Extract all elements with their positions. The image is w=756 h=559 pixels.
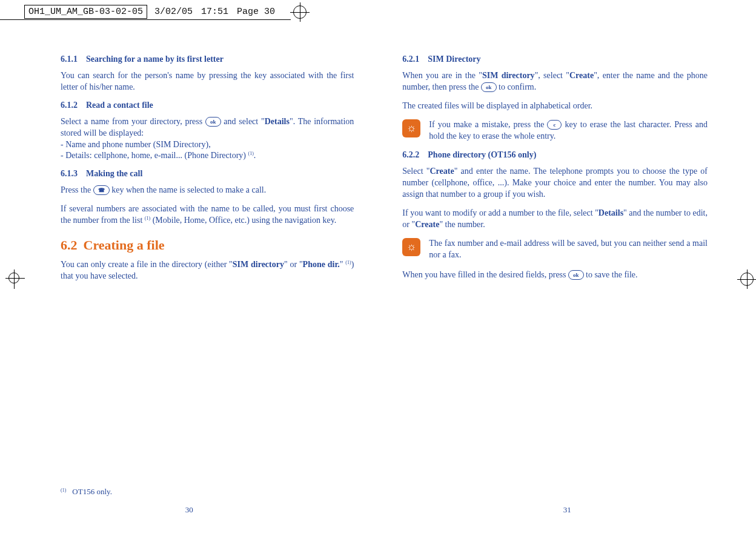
crop-mark-header: OH1_UM_AM_GB-03-02-05 3/02/05 17:51 Page… (24, 5, 307, 19)
tip-2: ☼ The fax number and e-mail address will… (402, 238, 708, 261)
ok-key-icon: ok (205, 117, 221, 127)
heading-6-1-2: 6.1.2Read a contact file (61, 101, 354, 110)
page-number-right: 31 (563, 505, 571, 515)
tip-1: ☼ If you make a mistake, press the c key… (402, 119, 708, 142)
c-key-icon: c (547, 120, 562, 130)
body-6-1-3-b: If several numbers are associated with t… (61, 203, 354, 227)
body-6-2: You can only create a file in the direct… (61, 259, 354, 282)
footnote: (1)OT156 only. (61, 487, 112, 497)
page-number-left: 30 (185, 505, 193, 515)
heading-6-1-3: 6.1.3Making the call (61, 169, 354, 179)
body-6-2-2-b: If you want to modify or add a number to… (402, 208, 708, 231)
heading-6-2: 6.2Creating a file (61, 237, 354, 253)
ok-key-icon: ok (568, 270, 584, 280)
lightbulb-icon: ☼ (402, 119, 420, 137)
page-31: 6.2.1SIM Directory When you are in the "… (378, 42, 756, 527)
body-6-2-1-a: When you are in the "SIM directory", sel… (402, 70, 708, 93)
body-6-1-3-a: Press the ☎ key when the name is selecte… (61, 185, 354, 196)
body-6-2-2-c: When you have filled in the desired fiel… (402, 270, 708, 281)
page-30: 6.1.1Searching for a name by its first l… (0, 42, 378, 527)
lightbulb-icon: ☼ (402, 238, 420, 256)
crop-date: 3/02/05 (154, 7, 193, 17)
body-6-2-2-a: Select "Create" and enter the name. The … (402, 166, 708, 200)
heading-6-2-2: 6.2.2Phone directory (OT156 only) (402, 150, 708, 160)
body-6-1-1: You can search for the person's name by … (61, 70, 354, 93)
crop-filename: OH1_UM_AM_GB-03-02-05 (24, 5, 147, 19)
ok-key-icon: ok (481, 82, 497, 92)
registration-mark-icon (293, 5, 307, 19)
heading-6-1-1: 6.1.1Searching for a name by its first l… (61, 55, 354, 64)
crop-pagemark: Page 30 (237, 7, 275, 17)
call-key-icon: ☎ (93, 185, 110, 195)
body-6-2-1-b: The created files will be displayed in a… (402, 101, 708, 112)
crop-time: 17:51 (201, 7, 228, 17)
heading-6-2-1: 6.2.1SIM Directory (402, 55, 708, 64)
page-spread: 6.1.1Searching for a name by its first l… (0, 0, 756, 527)
body-6-1-2: Select a name from your directory, press… (61, 116, 354, 162)
